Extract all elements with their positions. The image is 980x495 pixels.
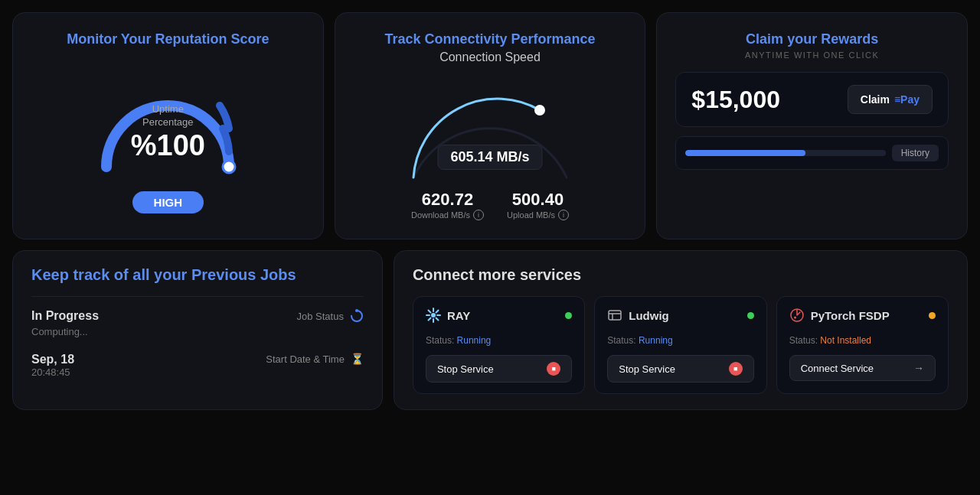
rewards-title: Claim your Rewards [746,31,878,47]
rewards-card: Claim your Rewards ANYTIME WITH ONE CLIC… [656,12,968,239]
download-value: 620.72 [411,190,484,210]
job-divider [31,296,364,297]
svg-line-10 [436,318,438,321]
download-label: Download MB/s i [411,210,484,220]
upload-stat: 500.40 Upload MB/s i [507,190,569,220]
svg-point-2 [351,311,362,321]
svg-point-1 [534,105,545,116]
ray-service-status: Status: Running [426,335,572,346]
rewards-bottom: History [675,136,949,170]
ludwig-service-header: Ludwig [607,308,753,323]
gauge-container: Uptime Percentage %100 [83,60,252,182]
download-info-icon: i [473,210,484,220]
spinner-icon [350,309,364,323]
ludwig-status-dot [747,312,754,319]
job-date-status: Start Date & Time ⏳ [266,353,364,365]
rewards-box: $15,000 Claim ≡Pay [675,72,949,127]
job-date-row: Sep, 18 20:48:45 Start Date & Time ⏳ [31,353,364,378]
connection-speed-label: Connection Speed [439,50,541,64]
pytorch-icon [789,308,805,323]
pytorch-service-name: PyTorch FSDP [789,308,890,323]
job-label: In Progress [31,309,99,323]
gauge-label: Uptime Percentage [131,103,205,129]
ludwig-service-status: Status: Running [607,335,753,346]
svg-point-0 [223,161,235,173]
date-main: Sep, 18 [31,353,74,366]
ray-service-card: RAY Status: Running Stop Service ■ [413,296,585,394]
pytorch-service-header: PyTorch FSDP [789,308,936,323]
job-sub: Computing... [31,326,364,337]
pytorch-service-status: Status: Not Installed [789,335,936,346]
date-time: 20:48:45 [31,366,74,378]
speed-stats: 620.72 Download MB/s i 500.40 Upload MB/… [411,190,569,220]
jobs-title: Keep track of all your Previous Jobs [31,266,364,284]
ray-service-name: RAY [426,308,470,323]
pytorch-service-card: PyTorch FSDP Status: Not Installed Conne… [776,296,949,394]
job-status-label: Job Status [296,309,363,323]
upload-label: Upload MB/s i [507,210,569,220]
ray-stop-button[interactable]: Stop Service ■ [426,355,572,383]
rewards-history-button[interactable]: History [892,145,939,161]
connect-arrow-icon: → [913,362,924,374]
svg-point-3 [355,309,358,312]
services-grid: RAY Status: Running Stop Service ■ [413,296,949,394]
pytorch-connect-button[interactable]: Connect Service → [789,355,936,381]
speedometer: 605.14 MB/s [398,70,582,185]
svg-line-9 [428,311,430,313]
previous-jobs-card: Keep track of all your Previous Jobs In … [12,250,383,410]
connectivity-card: Track Connectivity Performance Connectio… [335,12,646,239]
svg-line-11 [436,311,438,313]
gauge-value: %100 [131,129,205,162]
ray-service-header: RAY [426,308,572,323]
upload-info-icon: i [558,210,569,220]
rewards-subtitle: ANYTIME WITH ONE CLICK [745,50,879,60]
reputation-card: Monitor Your Reputation Score Uptime Per… [12,12,324,239]
upload-value: 500.40 [507,190,569,210]
ludwig-icon [607,308,622,323]
ludwig-service-card: Ludwig Status: Running Stop Service ■ [594,296,766,394]
ray-status-dot [565,312,572,319]
current-speed-badge: 605.14 MB/s [437,145,542,170]
connectivity-title: Track Connectivity Performance [384,31,595,47]
job-status-row: In Progress Job Status [31,309,364,323]
rewards-amount: $15,000 [691,86,835,114]
download-stat: 620.72 Download MB/s i [411,190,484,220]
ludwig-stop-button[interactable]: Stop Service ■ [607,355,753,383]
ray-stop-icon: ■ [547,362,560,376]
svg-point-4 [431,313,436,318]
pytorch-status-dot [929,312,936,319]
ludwig-stop-icon: ■ [729,362,743,376]
reputation-title: Monitor Your Reputation Score [67,31,269,47]
svg-line-12 [428,318,430,321]
services-card: Connect more services [394,250,968,410]
ludwig-service-name: Ludwig [607,308,669,323]
pay-label: ≡Pay [894,93,920,106]
rewards-progress-fill [685,150,805,156]
high-badge: HIGH [132,191,204,213]
hourglass-icon: ⏳ [351,353,364,365]
rewards-progress-bar [685,150,885,156]
svg-rect-13 [609,311,621,320]
svg-point-17 [794,317,796,319]
job-date-info: Sep, 18 20:48:45 [31,353,74,378]
claim-button[interactable]: Claim ≡Pay [848,85,933,114]
gauge-center: Uptime Percentage %100 [131,103,205,162]
services-title: Connect more services [413,266,949,284]
ray-icon [426,308,441,323]
